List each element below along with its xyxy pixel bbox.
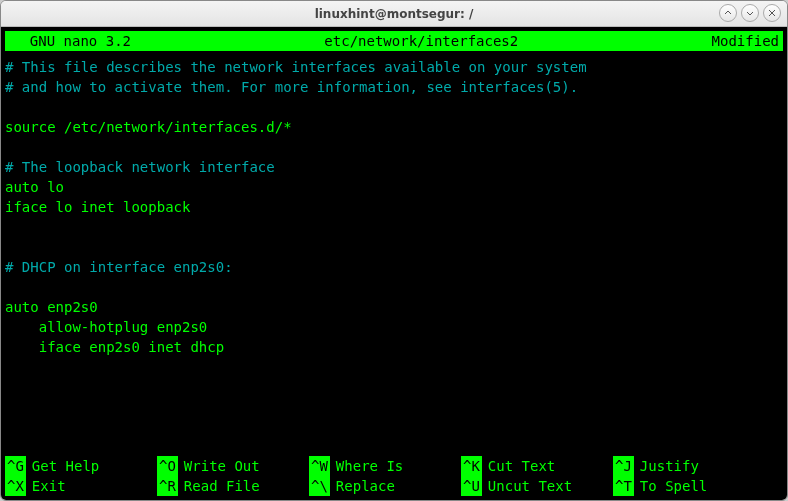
shortcut-item[interactable]: ^RRead File xyxy=(157,476,309,496)
shortcut-key: ^R xyxy=(157,476,178,496)
shortcut-label: Where Is xyxy=(330,456,403,476)
shortcut-key: ^U xyxy=(461,476,482,496)
titlebar: linuxhint@montsegur: / xyxy=(1,1,787,27)
nano-version: GNU nano 3.2 xyxy=(5,31,131,51)
shortcut-label: Read File xyxy=(178,476,260,496)
editor-line xyxy=(5,277,783,297)
shortcut-key: ^W xyxy=(309,456,330,476)
editor-line: # DHCP on interface enp2s0: xyxy=(5,257,783,277)
maximize-button[interactable] xyxy=(741,4,759,22)
editor-line: source /etc/network/interfaces.d/* xyxy=(5,117,783,137)
terminal-window: linuxhint@montsegur: / GNU nano 3.2 etc/… xyxy=(0,0,788,501)
window-title: linuxhint@montsegur: / xyxy=(315,7,474,21)
shortcut-item[interactable]: ^WWhere Is xyxy=(309,456,461,476)
editor-line: # and how to activate them. For more inf… xyxy=(5,77,783,97)
terminal-viewport[interactable]: GNU nano 3.2 etc/network/interfaces2 Mod… xyxy=(1,27,787,500)
shortcut-label: Justify xyxy=(634,456,699,476)
editor-line: iface lo inet loopback xyxy=(5,197,783,217)
shortcut-label: To Spell xyxy=(634,476,707,496)
shortcut-key: ^\ xyxy=(309,476,330,496)
shortcut-bar: ^GGet Help^OWrite Out^WWhere Is^KCut Tex… xyxy=(5,456,783,496)
window-controls xyxy=(719,4,781,22)
shortcut-key: ^G xyxy=(5,456,26,476)
shortcut-item[interactable]: ^GGet Help xyxy=(5,456,157,476)
editor-line xyxy=(5,97,783,117)
nano-filename: etc/network/interfaces2 xyxy=(131,31,712,51)
editor-line xyxy=(5,137,783,157)
shortcut-item[interactable]: ^JJustify xyxy=(613,456,765,476)
editor-line xyxy=(5,217,783,237)
shortcut-label: Write Out xyxy=(178,456,260,476)
shortcut-item[interactable]: ^KCut Text xyxy=(461,456,613,476)
shortcut-item[interactable]: ^XExit xyxy=(5,476,157,496)
minimize-button[interactable] xyxy=(719,4,737,22)
shortcut-key: ^X xyxy=(5,476,26,496)
editor-line: auto lo xyxy=(5,177,783,197)
editor-content[interactable]: # This file describes the network interf… xyxy=(5,51,783,456)
shortcut-label: Replace xyxy=(330,476,395,496)
shortcut-label: Cut Text xyxy=(482,456,555,476)
shortcut-key: ^O xyxy=(157,456,178,476)
shortcut-row-2: ^XExit^RRead File^\Replace^UUncut Text^T… xyxy=(5,476,783,496)
shortcut-item[interactable]: ^OWrite Out xyxy=(157,456,309,476)
shortcut-key: ^K xyxy=(461,456,482,476)
editor-line xyxy=(5,237,783,257)
editor-line: allow-hotplug enp2s0 xyxy=(5,317,783,337)
shortcut-row-1: ^GGet Help^OWrite Out^WWhere Is^KCut Tex… xyxy=(5,456,783,476)
nano-header: GNU nano 3.2 etc/network/interfaces2 Mod… xyxy=(5,31,783,51)
shortcut-item[interactable]: ^UUncut Text xyxy=(461,476,613,496)
shortcut-key: ^T xyxy=(613,476,634,496)
shortcut-key: ^J xyxy=(613,456,634,476)
close-button[interactable] xyxy=(763,4,781,22)
shortcut-item[interactable]: ^TTo Spell xyxy=(613,476,765,496)
editor-line: iface enp2s0 inet dhcp xyxy=(5,337,783,357)
editor-line: auto enp2s0 xyxy=(5,297,783,317)
shortcut-label: Uncut Text xyxy=(482,476,572,496)
editor-line: # The loopback network interface xyxy=(5,157,783,177)
nano-status: Modified xyxy=(712,31,783,51)
shortcut-item[interactable]: ^\Replace xyxy=(309,476,461,496)
shortcut-label: Get Help xyxy=(26,456,99,476)
editor-line: # This file describes the network interf… xyxy=(5,57,783,77)
shortcut-label: Exit xyxy=(26,476,66,496)
